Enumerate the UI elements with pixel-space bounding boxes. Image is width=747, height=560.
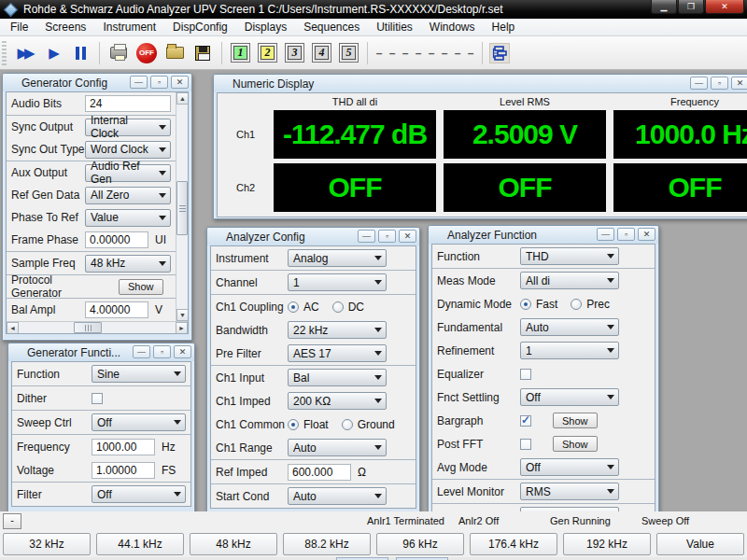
maximize-button[interactable]: ❐ (678, 0, 704, 14)
pre-filter-dropdown[interactable]: AES 17 (288, 344, 387, 362)
menu-item-screens[interactable]: Screens (36, 19, 94, 36)
sequence-tree-button[interactable] (489, 43, 510, 63)
bargraph-show-button[interactable]: Show (553, 413, 598, 428)
bargraph-checkbox[interactable] (520, 415, 531, 427)
panel-titlebar-generator-functi[interactable]: Generator Functi...—▫✕ (8, 343, 194, 361)
screen-4-button[interactable]: 4 (312, 43, 331, 63)
instrument-dropdown[interactable]: Analog (288, 249, 387, 267)
softkey-value[interactable]: Value (656, 533, 744, 555)
close-button[interactable]: ✕ (638, 228, 655, 241)
ch1-common-radio-float[interactable]: Float (288, 418, 329, 431)
ch1-imped-dropdown[interactable]: 200 KΩ (288, 392, 387, 410)
aux-output-dropdown[interactable]: Audio Ref Gen (85, 164, 171, 182)
scroll-up-button[interactable]: ▲ (176, 92, 189, 105)
close-button[interactable]: ✕ (731, 77, 747, 90)
sync-out-type-dropdown[interactable]: Word Clock (85, 141, 171, 159)
function-dropdown[interactable]: THD (520, 247, 619, 265)
screen-3-button[interactable]: 3 (285, 43, 304, 63)
avg-mode-dropdown[interactable]: Off (520, 458, 619, 476)
minimize-button[interactable]: ▁ (651, 0, 677, 14)
voltage-input[interactable]: 1.00000 (92, 462, 155, 479)
equalizer-checkbox[interactable] (520, 369, 531, 380)
menu-item-windows[interactable]: Windows (421, 19, 484, 36)
softkey-32-khz[interactable]: 32 kHz (3, 533, 91, 555)
audio-bits-input[interactable]: 24 (85, 95, 171, 112)
minimize-button[interactable]: — (130, 76, 148, 89)
sweep-ctrl-dropdown[interactable]: Off (92, 413, 186, 431)
channel-dropdown[interactable]: 1 (288, 273, 387, 291)
scroll-down-button[interactable]: ▼ (176, 309, 189, 321)
panel-titlebar-generator-config[interactable]: Generator Config—▫✕ (3, 74, 191, 91)
fast-forward-button[interactable]: ▶▶ (12, 41, 36, 65)
minimize-button[interactable]: — (597, 228, 614, 241)
menu-item-dispconfig[interactable]: DispConfig (164, 19, 236, 36)
close-button[interactable]: ✕ (174, 345, 191, 358)
post-fft-checkbox[interactable] (520, 439, 531, 450)
dither-checkbox[interactable] (92, 393, 103, 404)
maximize-button[interactable]: ▫ (378, 230, 396, 243)
close-button[interactable]: ✕ (171, 76, 189, 89)
print-button[interactable] (106, 41, 131, 65)
maximize-button[interactable]: ▫ (153, 345, 171, 358)
menu-item-instrument[interactable]: Instrument (94, 19, 164, 36)
menu-item-utilities[interactable]: Utilities (368, 19, 421, 36)
function-dropdown[interactable]: Sine (92, 365, 186, 383)
v-scrollbar[interactable]: ▲▼ (176, 92, 188, 321)
minimize-button[interactable]: — (690, 77, 708, 90)
v-scroll-thumb[interactable] (176, 181, 188, 235)
frame-phase-input[interactable]: 0.00000 (85, 231, 148, 248)
start-cond-dropdown[interactable]: Auto (288, 487, 387, 505)
meas-mode-dropdown[interactable]: All di (520, 272, 619, 289)
screen-1-button[interactable]: 1 (231, 43, 250, 63)
save-file-button[interactable] (190, 41, 215, 65)
dynamic-mode-radio-fast[interactable]: Fast (520, 298, 557, 311)
ch1-input-dropdown[interactable]: Bal (288, 369, 387, 386)
ch1-coupling-radio-ac[interactable]: AC (288, 301, 319, 314)
ch1-range-dropdown[interactable]: Auto (288, 439, 387, 456)
open-file-button[interactable] (162, 41, 187, 65)
maximize-button[interactable]: ▫ (150, 76, 168, 89)
panel-titlebar-numeric-display[interactable]: Numeric Display—▫✕ (214, 75, 747, 92)
menu-item-displays[interactable]: Displays (236, 19, 295, 36)
dynamic-mode-radio-prec[interactable]: Prec (571, 298, 610, 311)
sync-output-dropdown[interactable]: Internal Clock (85, 119, 171, 136)
sample-freq-dropdown[interactable]: 48 kHz (85, 255, 171, 273)
ref-gen-data-dropdown[interactable]: All Zero (85, 187, 171, 204)
bal-ampl-input[interactable]: 4.00000 (85, 301, 148, 318)
refinement-dropdown[interactable]: 1 (520, 342, 619, 359)
softkey-88-2-khz[interactable]: 88.2 kHz (283, 533, 371, 555)
statusbar-collapse-button[interactable]: - (3, 513, 21, 529)
filter-dropdown[interactable]: Off (92, 485, 186, 503)
level-monitor-dropdown[interactable]: RMS (520, 483, 619, 500)
protocol-generator-show-button[interactable]: Show (119, 279, 163, 295)
scroll-left-button[interactable]: ◄ (7, 322, 19, 334)
output-off-button[interactable]: OFF (134, 41, 159, 65)
ch1-coupling-radio-dc[interactable]: DC (332, 301, 364, 314)
post-fft-show-button[interactable]: Show (553, 436, 598, 452)
screen-5-button[interactable]: 5 (339, 43, 359, 63)
play-button[interactable]: ▶ (40, 41, 64, 65)
scroll-right-button[interactable]: ► (176, 322, 188, 334)
fundamental-dropdown[interactable]: Auto (520, 318, 619, 336)
ref-imped-input[interactable]: 600.000 (288, 464, 351, 481)
phase-to-ref-dropdown[interactable]: Value (85, 209, 171, 227)
menu-item-help[interactable]: Help (484, 19, 524, 36)
fnct-settling-dropdown[interactable]: Off (520, 388, 619, 406)
softkey-96-khz[interactable]: 96 kHz (376, 533, 464, 555)
menu-item-file[interactable]: File (2, 19, 36, 36)
window-titlebar[interactable]: Rohde & Schwarz Audio Analyzer UPV Scree… (0, 0, 747, 19)
softkey-48-khz[interactable]: 48 kHz (190, 533, 277, 555)
maximize-button[interactable]: ▫ (617, 228, 635, 241)
minimize-button[interactable]: — (133, 345, 150, 358)
close-button[interactable]: ✕ (399, 230, 416, 243)
maximize-button[interactable]: ▫ (711, 77, 728, 90)
ch1-common-radio-ground[interactable]: Ground (342, 418, 395, 431)
close-button[interactable]: ✕ (705, 0, 744, 14)
screen-2-button[interactable]: 2 (258, 43, 277, 63)
menu-item-sequences[interactable]: Sequences (295, 19, 368, 36)
h-scrollbar[interactable]: ◄► (7, 321, 188, 333)
pause-button[interactable] (68, 41, 92, 65)
softkey-192-khz[interactable]: 192 kHz (563, 533, 651, 555)
softkey-44-1-khz[interactable]: 44.1 kHz (96, 533, 184, 555)
panel-titlebar-analyzer-function[interactable]: Analyzer Function—▫✕ (429, 226, 658, 244)
